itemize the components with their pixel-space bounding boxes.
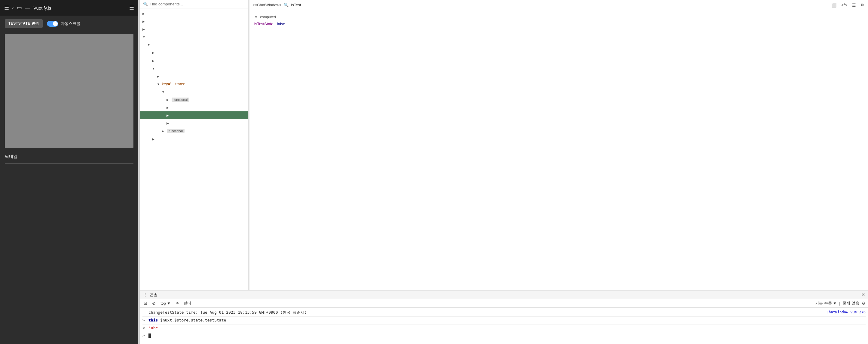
prop-key: isTestState bbox=[254, 21, 274, 27]
tree-item[interactable]: ▶ bbox=[140, 25, 248, 33]
console-prefix: < bbox=[143, 325, 147, 332]
tree-item[interactable] bbox=[140, 143, 248, 144]
tree-item[interactable]: ▶functional bbox=[140, 96, 248, 104]
console-header: ⋮ 콘솔 ✕ bbox=[140, 290, 868, 299]
console-right-tools: 기본 수준 ▼ | 문제 없음 ⚙ bbox=[815, 301, 866, 306]
console-output: changeTestState time: Tue Aug 01 2023 18… bbox=[140, 308, 868, 344]
selected-component-label[interactable]: <<ChatWindow> bbox=[252, 3, 281, 7]
prop-search-input[interactable] bbox=[291, 3, 828, 7]
eye-button[interactable]: 👁 bbox=[174, 300, 181, 306]
right-panel: 🔍 ▶▶▶▼▼▶▶▼▶▼ key='__trans:▼▶functional▶▶… bbox=[140, 0, 868, 344]
top-context-dropdown[interactable]: top ▼ bbox=[159, 301, 172, 306]
filter-label: 필터 bbox=[183, 301, 191, 306]
console-toolbar: ⊡ ⊘ top ▼ 👁 필터 기본 수준 ▼ | 문제 없음 ⚙ bbox=[140, 299, 868, 308]
tree-item[interactable]: ▶ bbox=[140, 135, 248, 143]
computed-section-label: ▼ computed bbox=[254, 15, 863, 19]
props-panel: <<ChatWindow> 🔍 ⬜ </> ☰ ⧉ ▼ computed isT… bbox=[249, 0, 868, 290]
console-line: changeTestState time: Tue Aug 01 2023 18… bbox=[143, 309, 866, 317]
tree-item[interactable]: ▼ bbox=[140, 41, 248, 48]
nickname-area: 닉네임 bbox=[0, 150, 138, 163]
component-tree: 🔍 ▶▶▶▼▼▶▶▼▶▼ key='__trans:▼▶functional▶▶… bbox=[140, 0, 248, 290]
teststate-button[interactable]: TESTSTATE 변경 bbox=[5, 19, 43, 28]
tree-content: ▶▶▶▼▼▶▶▼▶▼ key='__trans:▼▶functional▶▶▶▶… bbox=[140, 8, 248, 145]
props-header: <<ChatWindow> 🔍 ⬜ </> ☰ ⧉ bbox=[249, 0, 868, 10]
console-block-btn[interactable]: ⊡ bbox=[143, 300, 149, 306]
hamburger-icon[interactable]: ☰ bbox=[129, 4, 134, 11]
auto-scroll-toggle-container: 자동스크롤 bbox=[47, 21, 80, 27]
auto-scroll-toggle[interactable] bbox=[47, 21, 58, 27]
console-text: changeTestState time: Tue Aug 01 2023 18… bbox=[149, 309, 827, 316]
console-section: ⋮ 콘솔 ✕ ⊡ ⊘ top ▼ 👁 필터 기본 수준 ▼ | 문제 없음 ⚙ bbox=[140, 290, 868, 344]
console-line: > bbox=[143, 332, 866, 340]
props-toolbar: ⬜ </> ☰ ⧉ bbox=[830, 2, 865, 8]
tree-item[interactable]: ▶ bbox=[140, 72, 248, 80]
search-icon: 🔍 bbox=[143, 2, 148, 6]
list-icon[interactable]: ☰ bbox=[851, 2, 857, 8]
tree-item[interactable]: ▶ bbox=[140, 10, 248, 18]
console-prefix: > bbox=[143, 333, 147, 339]
tree-item[interactable]: ▶ bbox=[140, 57, 248, 65]
vertical-resizer[interactable] bbox=[138, 0, 140, 344]
component-search-bar: 🔍 bbox=[140, 0, 248, 8]
console-prefix: > bbox=[143, 317, 147, 323]
tree-item[interactable]: ▶ bbox=[140, 119, 248, 127]
tree-item[interactable]: ▶ bbox=[140, 111, 248, 119]
console-text: this.$nuxt.$store.state.testState bbox=[149, 317, 866, 323]
props-search-icon[interactable]: 🔍 bbox=[284, 3, 288, 7]
console-title: 콘솔 bbox=[150, 292, 157, 298]
code-icon[interactable]: </> bbox=[840, 2, 848, 8]
top-section: 🔍 ▶▶▶▼▼▶▶▼▶▼ key='__trans:▼▶functional▶▶… bbox=[140, 0, 868, 290]
console-line: <'abc' bbox=[143, 324, 866, 332]
level-dropdown[interactable]: 기본 수준 ▼ bbox=[815, 301, 837, 306]
tree-item[interactable]: ▼ bbox=[140, 33, 248, 41]
app-title: Vuetify.js bbox=[33, 5, 126, 10]
console-menu-icon[interactable]: ⋮ bbox=[143, 293, 147, 297]
back-icon[interactable]: ‹ bbox=[12, 5, 14, 11]
console-text: 'abc' bbox=[149, 325, 866, 332]
open-icon[interactable]: ⧉ bbox=[860, 2, 865, 8]
auto-scroll-label: 자동스크롤 bbox=[61, 21, 80, 26]
console-link[interactable]: ChatWindow.vue:276 bbox=[827, 309, 866, 315]
no-issues-label: 문제 없음 bbox=[842, 301, 859, 306]
component-search-input[interactable] bbox=[150, 2, 245, 6]
dash-icon: — bbox=[25, 5, 30, 11]
prop-value: false bbox=[277, 21, 285, 27]
tree-item[interactable]: ▶functional bbox=[140, 127, 248, 135]
bottom-divider bbox=[5, 163, 133, 164]
preview-area bbox=[5, 34, 133, 148]
tree-item[interactable]: ▶ bbox=[140, 18, 248, 25]
left-panel: ☰ ‹ ▭ — Vuetify.js ☰ TESTSTATE 변경 자동스크롤 … bbox=[0, 0, 138, 344]
console-text bbox=[149, 333, 866, 339]
props-content: ▼ computed isTestState : false bbox=[249, 10, 868, 30]
tree-item[interactable]: ▼ bbox=[140, 65, 248, 72]
screenshot-icon[interactable]: ⬜ bbox=[830, 2, 838, 8]
nickname-label: 닉네임 bbox=[5, 154, 18, 159]
controls-bar: TESTSTATE 변경 자동스크롤 bbox=[0, 15, 138, 32]
console-settings-icon[interactable]: ⚙ bbox=[862, 301, 866, 306]
window-icon[interactable]: ▭ bbox=[17, 4, 22, 11]
left-header: ☰ ‹ ▭ — Vuetify.js ☰ bbox=[0, 0, 138, 15]
tree-item[interactable]: ▼ key='__trans: bbox=[140, 80, 248, 88]
console-clear-btn[interactable]: ⊘ bbox=[151, 300, 157, 306]
tree-item[interactable]: ▼ bbox=[140, 88, 248, 96]
console-line: >this.$nuxt.$store.state.testState bbox=[143, 317, 866, 324]
tree-item[interactable]: ▶ bbox=[140, 104, 248, 111]
menu-icon[interactable]: ☰ bbox=[4, 4, 9, 11]
console-close-button[interactable]: ✕ bbox=[861, 292, 865, 298]
prop-row-isTestState: isTestState : false bbox=[254, 21, 863, 28]
tree-item[interactable]: ▶ bbox=[140, 48, 248, 57]
